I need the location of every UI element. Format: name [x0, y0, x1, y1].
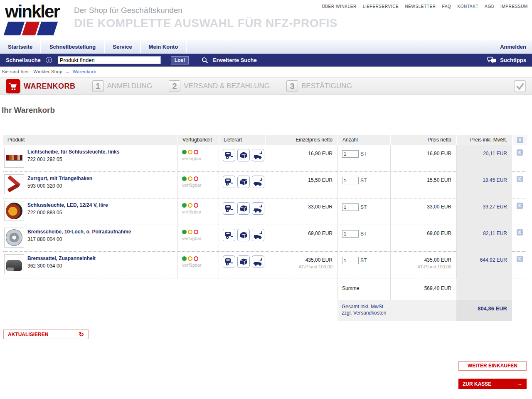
unit-price-cell: 16,90 EUR — [265, 145, 337, 172]
checkout-steps-bar: WARENKORB 1 ANMELDUNG 2 VERSAND & BEZAHL… — [0, 77, 532, 95]
top-link-faq[interactable]: FAQ — [442, 4, 451, 9]
product-thumbnail[interactable] — [4, 254, 24, 274]
unit-price-cell: 15,50 EUR — [265, 172, 337, 198]
remove-item-cell: X — [512, 252, 527, 278]
checkout-button[interactable]: ZUR KASSE → — [458, 379, 527, 389]
search-tips-link[interactable]: Suchtipps — [487, 57, 526, 64]
top-link-lieferservice[interactable]: LIEFERSERVICE — [363, 4, 399, 9]
arrow-right-icon: → — [517, 381, 522, 387]
availability-amber-icon — [188, 230, 192, 234]
update-cart-button[interactable]: AKTUALISIEREN ↻ — [3, 330, 89, 339]
product-title-link[interactable]: Bremssattel, Zuspanneinheit — [27, 255, 96, 261]
login-link[interactable]: Anmelden — [500, 40, 532, 53]
availability-red-icon — [194, 256, 198, 261]
step-number: 1 — [92, 80, 104, 92]
remove-item-icon[interactable]: X — [517, 149, 523, 156]
step-number: 3 — [286, 80, 298, 92]
quantity-input[interactable] — [342, 150, 359, 158]
total-value: 804,86 EUR — [456, 300, 512, 321]
info-icon[interactable]: i — [46, 57, 52, 63]
night-express-icon — [252, 229, 264, 241]
speech-bubbles-icon — [487, 57, 497, 64]
breadcrumb-shop-link[interactable]: Winkler Shop — [33, 69, 62, 74]
magnifier-icon[interactable] — [201, 57, 209, 64]
quantity-input[interactable] — [342, 257, 359, 264]
tab-schnellbestellung[interactable]: Schnellbestellung — [41, 40, 105, 53]
tab-service[interactable]: Service — [105, 40, 141, 53]
gross-price-cell: 39,27 EUR — [456, 198, 512, 225]
quick-search-bar: Schnellsuche i Los! Erweiterte Suche Suc… — [0, 54, 532, 67]
quantity-cell: ST — [337, 198, 390, 225]
truck-delivery-icon — [223, 176, 235, 188]
remove-all-cell: X — [512, 135, 527, 145]
cart-row: Lichtscheibe, für Schlussleuchte, links … — [3, 145, 527, 172]
unit-label: ST — [360, 257, 367, 263]
product-title-link[interactable]: Zurrgurt, mit Triangelhaken — [27, 176, 92, 181]
remove-item-icon[interactable]: X — [517, 229, 523, 235]
product-title-link[interactable]: Schlussleuchte, LED, 12/24 V, li/re — [27, 202, 108, 208]
subtotal-label: Summe — [337, 278, 390, 300]
night-express-icon — [252, 202, 264, 215]
search-go-button[interactable]: Los! — [171, 56, 189, 64]
remove-item-cell: X — [512, 172, 527, 198]
gross-column-filler — [456, 278, 512, 300]
product-title-link[interactable]: Lichtscheibe, für Schlussleuchte, links — [27, 149, 119, 155]
winkler-logo[interactable]: winkler — [5, 2, 67, 35]
unit-label: ST — [360, 230, 367, 237]
top-link-kontakt[interactable]: KONTAKT — [457, 4, 478, 9]
checkmark-icon — [514, 80, 526, 92]
package-delivery-icon — [237, 229, 250, 241]
cart-table: Produkt Verfügbarkeit Lieferart Einzelpr… — [3, 135, 527, 321]
availability-amber-icon — [188, 256, 192, 261]
quantity-cell: ST — [337, 145, 390, 172]
total-label: Gesamt inkl. MwSt zzgl. Versandkosten — [337, 300, 456, 321]
page-title: Ihr Warenkorb — [2, 106, 532, 115]
top-link-newsletter[interactable]: NEWSLETTER — [405, 4, 436, 9]
product-thumbnail[interactable] — [4, 174, 24, 194]
step-bestaetigung: 3 BESTÄTIGUNG — [286, 80, 352, 92]
availability-cell: verfügbar — [177, 225, 219, 252]
top-link-agb[interactable]: AGB — [485, 4, 494, 9]
logo-shapes-icon — [6, 22, 67, 35]
package-delivery-icon — [237, 176, 250, 188]
advanced-search-link[interactable]: Erweiterte Suche — [213, 57, 257, 63]
quantity-input[interactable] — [342, 177, 359, 184]
availability-cell: verfügbar — [177, 252, 219, 278]
col-header-preis-netto: Preis netto — [390, 135, 456, 145]
cart-row: Bremssattel, Zuspanneinheit 362 300 034 … — [3, 252, 527, 278]
product-thumbnail[interactable] — [4, 201, 24, 221]
availability-cell: verfügbar — [177, 198, 219, 225]
remove-item-icon[interactable]: X — [517, 176, 523, 182]
remove-item-icon[interactable]: X — [517, 203, 523, 209]
net-price-cell: 69,00 EUR — [390, 225, 456, 252]
unit-price-cell: 33,00 EUR — [265, 198, 337, 225]
continue-shopping-button[interactable]: WEITER EINKAUFEN — [458, 361, 527, 371]
availability-red-icon — [194, 176, 198, 181]
tab-startseite[interactable]: Startseite — [0, 40, 41, 53]
product-title-link[interactable]: Bremsscheibe, 10-Loch, o. Polradaufnahme — [27, 229, 131, 235]
quantity-input[interactable] — [342, 230, 359, 238]
delivery-options-cell — [219, 252, 265, 278]
quantity-input[interactable] — [342, 203, 359, 211]
delivery-options-cell — [219, 172, 265, 198]
col-header-anzahl: Anzahl — [337, 135, 390, 145]
unit-price-cell: 69,00 EUR — [265, 225, 337, 252]
top-link-ueber-winkler[interactable]: ÜBER WINKLER — [322, 4, 356, 9]
breadcrumb-current-link[interactable]: Warenkorb — [73, 69, 96, 74]
availability-green-icon — [182, 203, 187, 208]
col-header-produkt: Produkt — [3, 135, 177, 145]
availability-amber-icon — [188, 150, 192, 154]
breadcrumb: Sie sind hier: Winkler Shop → Warenkorb — [0, 67, 532, 76]
tab-mein-konto[interactable]: Mein Konto — [141, 40, 187, 53]
breadcrumb-arrow-icon: → — [65, 69, 70, 74]
top-link-impressum[interactable]: IMPRESSUM — [500, 4, 528, 9]
truck-delivery-icon — [223, 202, 235, 215]
search-input[interactable] — [58, 56, 161, 64]
remove-item-icon[interactable]: X — [517, 256, 523, 262]
availability-red-icon — [194, 150, 198, 154]
availability-amber-icon — [188, 203, 192, 208]
remove-all-icon[interactable]: X — [517, 137, 523, 143]
availability-cell: verfügbar — [177, 172, 219, 198]
product-thumbnail[interactable] — [4, 228, 24, 248]
product-thumbnail[interactable] — [4, 148, 24, 168]
